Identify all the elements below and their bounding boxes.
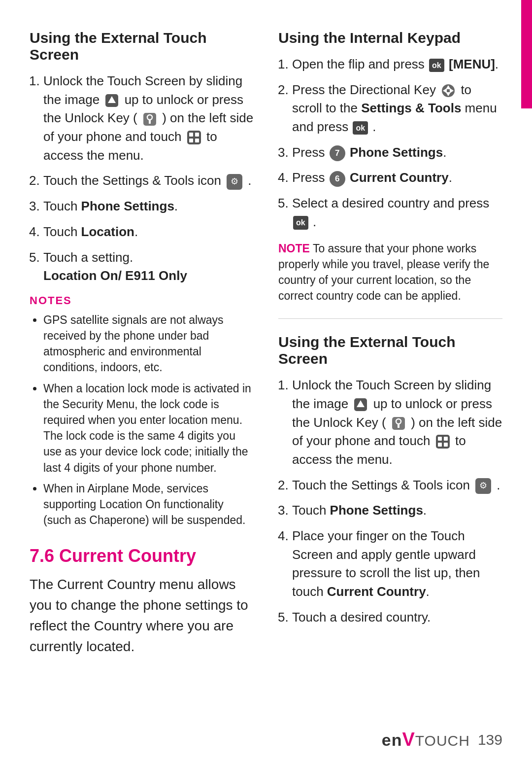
item-bold: Location [81, 224, 134, 239]
svg-rect-23 [438, 437, 442, 441]
list-item: GPS satellite signals are not always rec… [43, 312, 254, 376]
ok-icon3: ok [293, 216, 308, 229]
page-container: Using the External Touch Screen Unlock t… [0, 0, 532, 765]
settings-tools-icon: ⚙ [226, 174, 243, 190]
item-bold: Phone Settings [350, 145, 443, 160]
item-bold: Phone Settings [330, 503, 423, 518]
item-text: . [449, 170, 452, 185]
svg-rect-4 [149, 119, 151, 124]
item-text: Touch a setting.Location On/ E911 Only [43, 250, 187, 283]
item-bold: Current Country [327, 584, 426, 599]
menu-grid-icon [187, 130, 201, 145]
right-section2-list: Unlock the Touch Screen by sliding the i… [278, 376, 502, 626]
svg-rect-25 [438, 443, 442, 447]
list-item: Unlock the Touch Screen by sliding the i… [43, 72, 254, 165]
right-section1-list: Open the flip and press ok [MENU]. Press… [278, 55, 502, 232]
item-bold: Phone Settings [81, 199, 174, 213]
svg-rect-8 [189, 139, 193, 142]
item-text: . [372, 119, 376, 134]
list-item: Press the Directional Key to scroll to t… [292, 81, 502, 137]
list-item: Touch Location. [43, 223, 254, 242]
directional-key-icon [441, 83, 456, 98]
item-text: . [426, 584, 430, 599]
unlock-key-icon [142, 112, 157, 127]
item-text: Touch the Settings & Tools icon [292, 478, 473, 492]
left-section1-title: Using the External Touch Screen [30, 30, 254, 63]
note-block: NOTE To assure that your phone works pro… [278, 241, 502, 304]
item-text: . [495, 57, 499, 71]
brand-en: en [382, 730, 402, 749]
notes-list: GPS satellite signals are not always rec… [30, 312, 254, 528]
note-label: NOTE [278, 242, 310, 255]
svg-rect-6 [189, 133, 193, 137]
svg-rect-5 [187, 131, 201, 144]
list-item: Touch a desired country. [292, 608, 502, 627]
item-text: . [313, 214, 316, 229]
item-text: . [443, 145, 446, 160]
item-text: Touch [292, 503, 330, 518]
item-text: Touch [43, 199, 81, 213]
list-item: Touch the Settings & Tools icon ⚙ . [292, 476, 502, 495]
divider [278, 318, 502, 319]
page-footer: enVTOUCH 139 [382, 729, 502, 750]
num6-icon: 6 [330, 171, 345, 187]
item-text: . [174, 199, 178, 213]
svg-rect-26 [444, 443, 448, 447]
list-item: Place your finger on the Touch Screen an… [292, 527, 502, 601]
item-text: Open the flip and press [292, 57, 428, 71]
item-text: Select a desired country and press [292, 196, 489, 210]
svg-text:⚙: ⚙ [479, 481, 487, 490]
item-text: . [497, 478, 500, 492]
section2-title: 7.6 Current Country [30, 546, 254, 566]
num7-icon: 7 [330, 145, 345, 161]
list-item: When in Airplane Mode, services supporti… [43, 481, 254, 528]
item-text: Press [292, 170, 329, 185]
list-item: Press 6 Current Country. [292, 169, 502, 187]
item-text: . [134, 224, 138, 239]
brand-text: enVTOUCH [382, 729, 470, 750]
item-text: . [248, 173, 251, 188]
item-bold: Settings & Tools [361, 101, 461, 115]
list-item: Touch Phone Settings. [43, 197, 254, 216]
svg-rect-7 [195, 133, 199, 137]
list-item: Touch a setting.Location On/ E911 Only [43, 248, 254, 285]
list-item: Open the flip and press ok [MENU]. [292, 55, 502, 74]
page-number: 139 [478, 731, 502, 748]
item-bold: [MENU] [449, 57, 495, 71]
section2-intro: The Current Country menu allows you to c… [30, 574, 254, 657]
item-text: Touch [43, 224, 81, 239]
right-section1-title: Using the Internal Keypad [278, 30, 502, 46]
left-section1-list: Unlock the Touch Screen by sliding the i… [30, 72, 254, 285]
item-bold: Location On/ E911 Only [43, 268, 187, 283]
list-item: Touch the Settings & Tools icon ⚙ . [43, 172, 254, 190]
svg-text:⚙: ⚙ [231, 176, 238, 186]
svg-rect-22 [436, 435, 450, 449]
arrow-up-icon [104, 93, 119, 108]
ok-icon2: ok [353, 121, 368, 135]
ok-icon: ok [429, 59, 444, 72]
item-bold: Current Country [350, 170, 449, 185]
menu-grid-icon2 [435, 434, 450, 449]
item-text: Press the Directional Key [292, 82, 439, 97]
arrow-up-icon2 [353, 397, 368, 412]
brand-touch: TOUCH [415, 732, 470, 749]
item-text: Touch a desired country. [292, 610, 431, 625]
pink-tab-bar [521, 0, 532, 108]
right-column: Using the Internal Keypad Open the flip … [278, 30, 502, 669]
list-item: When a location lock mode is activated i… [43, 381, 254, 476]
list-item: Press 7 Phone Settings. [292, 143, 502, 162]
svg-rect-24 [444, 437, 448, 441]
item-text: Touch the Settings & Tools icon [43, 173, 225, 188]
item-text: Press [292, 145, 329, 160]
right-section2-title: Using the External Touch Screen [278, 334, 502, 367]
svg-rect-21 [398, 423, 399, 428]
two-column-layout: Using the External Touch Screen Unlock t… [30, 30, 502, 669]
notes-label: NOTES [30, 294, 254, 307]
list-item: Select a desired country and press ok . [292, 194, 502, 231]
list-item: Touch Phone Settings. [292, 501, 502, 520]
item-text: . [423, 503, 427, 518]
brand-v: V [402, 729, 415, 750]
note-text: To assure that your phone works properly… [278, 242, 489, 303]
unlock-key-icon2 [391, 416, 406, 431]
settings-tools-icon2: ⚙ [475, 478, 492, 494]
